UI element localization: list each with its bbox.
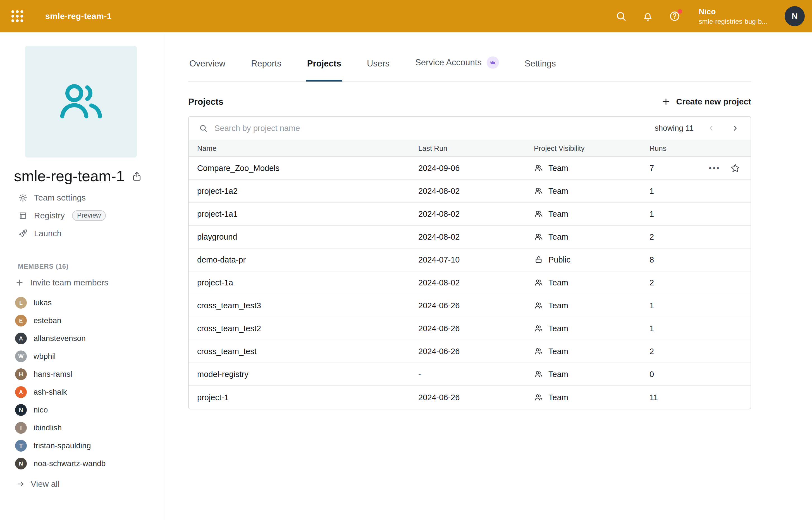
member-item[interactable]: L lukas <box>0 294 165 312</box>
member-name: hans-ramsl <box>33 370 72 379</box>
star-icon[interactable] <box>730 163 740 174</box>
visibility-cell: Team <box>527 369 642 379</box>
project-name[interactable]: project-1 <box>189 393 411 402</box>
team-icon <box>534 393 543 402</box>
member-item[interactable]: I ibindlish <box>0 419 165 437</box>
table-header-row: Name Last Run Project Visibility Runs <box>189 140 751 157</box>
table-row[interactable]: demo-data-pr 2024-07-10 Public 8 <box>189 249 751 271</box>
project-name[interactable]: project-1a1 <box>189 209 411 219</box>
create-new-project-button[interactable]: Create new project <box>661 97 751 106</box>
runs-cell: 1 <box>642 324 751 333</box>
last-run: 2024-08-02 <box>411 232 527 241</box>
table-row[interactable]: playground 2024-08-02 Team 2 <box>189 226 751 249</box>
chevron-left-icon <box>707 124 715 132</box>
wandb-logo-icon[interactable] <box>10 9 25 23</box>
project-search-input[interactable] <box>213 123 649 133</box>
table-row[interactable]: cross_team_test3 2024-06-26 Team 1 <box>189 294 751 317</box>
visibility-label: Team <box>548 164 568 173</box>
last-run: 2024-06-26 <box>411 393 527 402</box>
runs-count: 1 <box>650 301 654 310</box>
table-row[interactable]: project-1 2024-06-26 Team 11 <box>189 386 751 409</box>
sidebar: smle-reg-team-1 Team settings Registry P… <box>0 32 165 520</box>
overflow-menu-icon[interactable]: ••• <box>709 164 721 172</box>
member-name: ibindlish <box>33 423 62 432</box>
projects-heading: Projects <box>188 97 224 107</box>
member-item[interactable]: E esteban <box>0 312 165 330</box>
project-name[interactable]: cross_team_test2 <box>189 324 411 333</box>
member-item[interactable]: A allanstevenson <box>0 330 165 347</box>
column-header-name: Name <box>189 144 411 153</box>
avatar-initial: I <box>20 425 22 431</box>
view-all-members-link[interactable]: View all <box>16 479 165 489</box>
member-avatar: E <box>15 315 27 327</box>
visibility-label: Team <box>548 347 568 356</box>
search-icon[interactable] <box>615 10 627 22</box>
table-row[interactable]: model-registry - Team 0 <box>189 363 751 386</box>
project-name[interactable]: cross_team_test3 <box>189 301 411 310</box>
tab-projects[interactable]: Projects <box>306 35 342 82</box>
member-name: esteban <box>33 316 61 325</box>
team-icon <box>534 346 543 356</box>
visibility-label: Team <box>548 324 568 333</box>
launch-label: Launch <box>34 229 61 238</box>
team-icon <box>534 163 543 173</box>
user-avatar[interactable]: N <box>785 6 805 26</box>
pagination-next-button[interactable] <box>731 124 739 132</box>
table-row[interactable]: project-1a 2024-08-02 Team 2 <box>189 271 751 294</box>
avatar-initial: N <box>19 461 23 467</box>
sidebar-links: Team settings Registry Preview Launch <box>18 189 165 242</box>
members-header: MEMBERS (16) <box>18 262 165 270</box>
tab-settings[interactable]: Settings <box>524 35 557 82</box>
topbar-actions: Nico smle-registries-bug-b... N <box>615 6 812 26</box>
invite-team-members-button[interactable]: Invite team members <box>15 275 165 290</box>
table-row[interactable]: project-1a2 2024-08-02 Team 1 <box>189 180 751 203</box>
member-item[interactable]: N nico <box>0 401 165 419</box>
create-button-label: Create new project <box>676 97 751 106</box>
project-name[interactable]: demo-data-pr <box>189 255 411 264</box>
member-avatar: W <box>15 350 27 362</box>
project-name[interactable]: model-registry <box>189 370 411 379</box>
member-item[interactable]: W wbphil <box>0 347 165 365</box>
last-run: 2024-08-02 <box>411 278 527 287</box>
avatar-initial: A <box>19 335 23 342</box>
sidebar-item-team-settings[interactable]: Team settings <box>18 189 165 207</box>
project-name[interactable]: project-1a2 <box>189 186 411 196</box>
pagination-prev-button[interactable] <box>707 124 715 132</box>
user-block[interactable]: Nico smle-registries-bug-b... <box>699 7 767 26</box>
member-name: ash-shaik <box>33 388 67 396</box>
gear-icon <box>18 193 28 203</box>
avatar-initial: L <box>19 300 23 306</box>
last-run: 2024-09-06 <box>411 164 527 173</box>
share-icon[interactable] <box>131 171 142 182</box>
table-row[interactable]: Compare_Zoo_Models 2024-09-06 Team 7 ••• <box>189 157 751 180</box>
avatar-initial: W <box>19 353 24 360</box>
table-row[interactable]: cross_team_test 2024-06-26 Team 2 <box>189 340 751 363</box>
tab-label: Reports <box>251 59 282 69</box>
tab-overview[interactable]: Overview <box>188 35 227 82</box>
table-row[interactable]: cross_team_test2 2024-06-26 Team 1 <box>189 317 751 340</box>
project-name[interactable]: project-1a <box>189 278 411 287</box>
project-name[interactable]: playground <box>189 232 411 241</box>
project-name[interactable]: cross_team_test <box>189 347 411 356</box>
member-item[interactable]: A ash-shaik <box>0 383 165 401</box>
member-item[interactable]: T tristan-spaulding <box>0 437 165 454</box>
tab-service-accounts[interactable]: Service Accounts <box>414 32 500 82</box>
visibility-label: Team <box>548 301 568 310</box>
member-item[interactable]: N noa-schwartz-wandb <box>0 454 165 472</box>
table-row[interactable]: project-1a1 2024-08-02 Team 1 <box>189 203 751 226</box>
runs-count: 2 <box>650 232 654 241</box>
help-icon[interactable] <box>669 10 680 22</box>
notifications-bell-icon[interactable] <box>642 10 654 22</box>
preview-badge: Preview <box>72 210 106 221</box>
runs-cell: 2 <box>642 347 751 356</box>
last-run: 2024-08-02 <box>411 186 527 196</box>
runs-cell: 2 <box>642 278 751 287</box>
member-item[interactable]: H hans-ramsl <box>0 365 165 383</box>
tab-users[interactable]: Users <box>366 35 391 82</box>
sidebar-item-launch[interactable]: Launch <box>18 225 165 242</box>
project-name[interactable]: Compare_Zoo_Models <box>189 164 411 173</box>
sidebar-item-registry[interactable]: Registry Preview <box>18 207 165 225</box>
visibility-cell: Team <box>527 209 642 219</box>
visibility-label: Team <box>548 232 568 241</box>
tab-reports[interactable]: Reports <box>250 35 283 82</box>
